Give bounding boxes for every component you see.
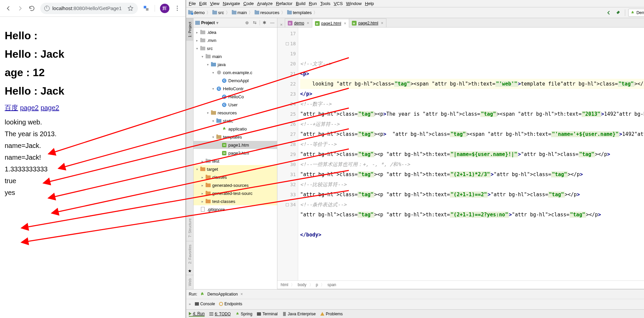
code-breadcrumb-item[interactable]: span — [327, 282, 336, 287]
tree-item[interactable]: Hpage2.htm — [194, 149, 277, 157]
run-tool-button[interactable]: 4: Run — [189, 311, 205, 317]
svg-point-22 — [219, 302, 223, 306]
editor-tab-demo[interactable]: m demo× — [285, 18, 312, 27]
tree-item[interactable]: CDemoAppl — [194, 76, 277, 85]
run-console-tab[interactable]: Console — [195, 302, 215, 306]
todo-tool-button[interactable]: 6: TODO — [209, 312, 231, 316]
target-icon[interactable]: ⊕ — [244, 20, 250, 26]
minimize-icon[interactable]: — — [269, 20, 275, 26]
web-toolwindow-tab[interactable]: Web — [186, 275, 193, 289]
menu-file[interactable]: File — [189, 1, 196, 6]
menu-navigate[interactable]: Navigate — [223, 1, 240, 6]
code-breadcrumb-item[interactable]: body — [298, 282, 306, 287]
tab-close-left[interactable]: × — [278, 22, 285, 27]
favorite-star-icon[interactable]: ★ — [186, 267, 194, 275]
webpage-content: Hello : Hello : Jack age : 12 Hello : Ja… — [0, 17, 185, 318]
code-breadcrumb-item[interactable]: p — [316, 282, 318, 287]
editor-tabs: × m demo× H page1.html× H page2.html× ▾1… — [277, 18, 644, 28]
problems-tool-button[interactable]: Problems — [320, 312, 343, 316]
menu-help[interactable]: Help — [365, 1, 374, 6]
tree-item[interactable]: ▸classes — [194, 173, 277, 181]
reload-button[interactable] — [29, 5, 35, 12]
menu-window[interactable]: Window — [346, 1, 362, 6]
breadcrumb-item[interactable]: resources — [255, 10, 279, 15]
tree-item[interactable]: ▾static — [194, 117, 277, 125]
expand-icon[interactable]: » — [189, 302, 191, 306]
menu-refactor[interactable]: Refactor — [276, 1, 292, 6]
back-button[interactable] — [5, 5, 12, 12]
structure-toolwindow-tab[interactable]: 7: Structure — [186, 215, 193, 241]
tree-item[interactable]: ▾resources — [194, 109, 277, 117]
gear-icon[interactable]: ✱ — [262, 20, 268, 26]
browser-toolbar: localhost:8080/Hello/GetPage1 辉 — [0, 0, 185, 17]
page-para: name=Jack! — [5, 154, 181, 161]
run-toolwindow: Run: DemoApplication × ✱ — » Console End… — [186, 289, 644, 309]
link-page2[interactable]: page2 — [20, 104, 39, 111]
tree-item[interactable]: CHelloCo — [194, 93, 277, 101]
svg-rect-21 — [195, 302, 199, 306]
link-page2-b[interactable]: page2 — [41, 104, 59, 111]
run-config-dropdown[interactable]: DemoApplication ▾ — [628, 9, 644, 17]
javaee-tool-button[interactable]: Java Enterprise — [282, 312, 316, 316]
breadcrumb-item[interactable]: src — [212, 10, 224, 15]
editor-tab-page1[interactable]: H page1.html× — [312, 19, 349, 28]
code-breadcrumb-item[interactable]: html — [281, 282, 288, 287]
address-bar[interactable]: localhost:8080/Hello/GetPage1 — [40, 3, 138, 14]
close-run-tab[interactable]: × — [240, 292, 243, 297]
tree-item[interactable]: ▾target — [194, 165, 277, 173]
editor-tab-page2[interactable]: H page2.html× — [349, 18, 386, 27]
menu-analyze[interactable]: Analyze — [257, 1, 273, 6]
nav-back-icon[interactable] — [605, 9, 612, 16]
build-hammer-icon[interactable] — [614, 9, 622, 16]
link-baidu[interactable]: 百度 — [5, 104, 18, 111]
favorites-toolwindow-tab[interactable]: 2: Favorites — [186, 241, 193, 267]
menu-tools[interactable]: Tools — [320, 1, 330, 6]
site-info-icon[interactable] — [44, 6, 50, 11]
menu-run[interactable]: Run — [309, 1, 317, 6]
tree-item[interactable]: ▸.idea — [194, 28, 277, 36]
tree-item[interactable]: ▸test — [194, 157, 277, 165]
run-endpoints-tab[interactable]: Endpoints — [219, 302, 242, 306]
menu-view[interactable]: View — [210, 1, 219, 6]
tree-item[interactable]: applicatio — [194, 125, 277, 133]
project-tree[interactable]: ▸.idea▸.mvn▾src▾main▾java▾com.example.cC… — [194, 28, 277, 289]
breadcrumb-item[interactable]: templates — [287, 10, 312, 15]
run-tab-name[interactable]: DemoApplication — [207, 292, 238, 297]
tree-item[interactable]: ▾main — [194, 52, 277, 60]
page-heading: Hello : Jack — [5, 85, 181, 97]
bookmark-star-icon[interactable] — [127, 5, 134, 12]
tree-item[interactable]: ▾CHelloContr — [194, 85, 277, 93]
breadcrumb-item[interactable]: demo — [188, 10, 205, 15]
svg-rect-14 — [195, 21, 200, 25]
tree-item[interactable]: CUser — [194, 101, 277, 109]
tree-item[interactable]: ▾templates — [194, 133, 277, 141]
code-editor[interactable]: ! <!--文字--><p> looking "attr bg-hl">clas… — [298, 28, 644, 280]
collapse-icon[interactable]: ⇆ — [252, 20, 258, 26]
translate-icon[interactable] — [143, 5, 150, 12]
tree-item[interactable]: ▸test-classes — [194, 197, 277, 205]
spring-tool-button[interactable]: Spring — [235, 312, 253, 316]
code-breadcrumb: html〉body〉p〉span — [277, 280, 644, 289]
ide-window: FileEditViewNavigateCodeAnalyzeRefactorB… — [186, 0, 644, 318]
menu-vcs[interactable]: VCS — [334, 1, 343, 6]
tree-item[interactable]: ▾java — [194, 60, 277, 68]
tree-item[interactable]: Hpage1.htm — [194, 141, 277, 149]
ide-toolbar: demo〉src〉main〉resources〉templates〉 DemoA… — [186, 7, 644, 18]
project-panel: Project ▾ ⊕ ⇆ ✱ — ▸.idea▸.mvn▾src▾main▾j… — [194, 18, 277, 289]
menu-code[interactable]: Code — [243, 1, 254, 6]
tree-item[interactable]: ▸generated-test-sourc — [194, 189, 277, 197]
breadcrumb-item[interactable]: main — [232, 10, 247, 15]
tree-item[interactable]: .gitignore — [194, 205, 277, 213]
tree-item[interactable]: ▸generated-sources — [194, 181, 277, 189]
profile-avatar[interactable]: 辉 — [160, 4, 169, 13]
tree-item[interactable]: ▾com.example.c — [194, 68, 277, 76]
menu-build[interactable]: Build — [296, 1, 306, 6]
ide-menubar: FileEditViewNavigateCodeAnalyzeRefactorB… — [186, 0, 644, 7]
tree-item[interactable]: ▾src — [194, 44, 277, 52]
terminal-tool-button[interactable]: Terminal — [257, 312, 277, 316]
project-toolwindow-tab[interactable]: 1: Project — [186, 18, 193, 41]
browser-menu-icon[interactable] — [174, 6, 180, 11]
forward-button[interactable] — [17, 5, 23, 12]
tree-item[interactable]: ▸.mvn — [194, 36, 277, 44]
menu-edit[interactable]: Edit — [199, 1, 207, 6]
